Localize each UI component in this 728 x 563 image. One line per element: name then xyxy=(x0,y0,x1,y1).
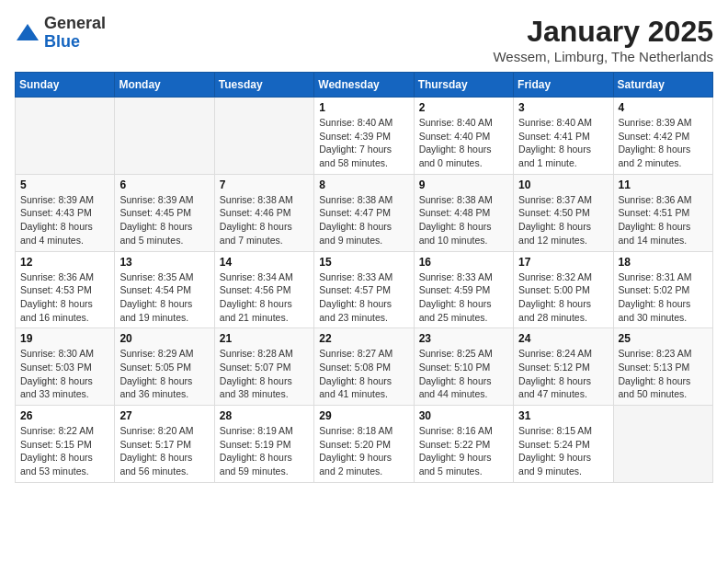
day-info: Sunrise: 8:19 AMSunset: 5:19 PMDaylight:… xyxy=(220,424,309,478)
calendar-cell: 31Sunrise: 8:15 AMSunset: 5:24 PMDayligh… xyxy=(514,406,613,483)
calendar-cell: 12Sunrise: 8:36 AMSunset: 4:53 PMDayligh… xyxy=(16,251,115,328)
logo-text: General Blue xyxy=(44,15,106,52)
calendar-cell: 6Sunrise: 8:39 AMSunset: 4:45 PMDaylight… xyxy=(115,174,214,251)
calendar-body: 1Sunrise: 8:40 AMSunset: 4:39 PMDaylight… xyxy=(16,98,713,483)
day-number: 29 xyxy=(319,409,408,422)
day-number: 31 xyxy=(518,409,608,422)
day-number: 4 xyxy=(619,101,708,114)
calendar-cell: 30Sunrise: 8:16 AMSunset: 5:22 PMDayligh… xyxy=(414,406,513,483)
page-header: General Blue January 2025 Wessem, Limbur… xyxy=(15,15,713,64)
calendar-cell: 20Sunrise: 8:29 AMSunset: 5:05 PMDayligh… xyxy=(115,328,214,406)
day-number: 14 xyxy=(220,256,309,269)
day-info: Sunrise: 8:33 AMSunset: 4:59 PMDaylight:… xyxy=(419,270,508,325)
calendar-week-4: 19Sunrise: 8:30 AMSunset: 5:03 PMDayligh… xyxy=(16,328,713,406)
day-number: 17 xyxy=(518,256,608,269)
day-info: Sunrise: 8:15 AMSunset: 5:24 PMDaylight:… xyxy=(518,424,608,478)
day-number: 18 xyxy=(619,256,708,269)
day-info: Sunrise: 8:16 AMSunset: 5:22 PMDaylight:… xyxy=(419,424,508,478)
calendar-cell: 18Sunrise: 8:31 AMSunset: 5:02 PMDayligh… xyxy=(613,251,712,328)
day-number: 22 xyxy=(319,332,408,345)
calendar-cell: 22Sunrise: 8:27 AMSunset: 5:08 PMDayligh… xyxy=(314,328,414,406)
page-title: January 2025 xyxy=(493,15,713,49)
day-number: 19 xyxy=(20,332,109,345)
calendar-header: SundayMondayTuesdayWednesdayThursdayFrid… xyxy=(16,73,713,98)
calendar-cell: 5Sunrise: 8:39 AMSunset: 4:43 PMDaylight… xyxy=(16,174,115,251)
day-info: Sunrise: 8:37 AMSunset: 4:50 PMDaylight:… xyxy=(518,193,608,247)
calendar-cell: 11Sunrise: 8:36 AMSunset: 4:51 PMDayligh… xyxy=(613,174,712,251)
day-number: 16 xyxy=(419,256,508,269)
logo-blue: Blue xyxy=(44,33,106,52)
day-number: 11 xyxy=(619,178,708,191)
day-number: 26 xyxy=(20,409,109,422)
day-info: Sunrise: 8:39 AMSunset: 4:45 PMDaylight:… xyxy=(119,193,209,247)
calendar-cell: 28Sunrise: 8:19 AMSunset: 5:19 PMDayligh… xyxy=(214,406,313,483)
calendar-cell: 15Sunrise: 8:33 AMSunset: 4:57 PMDayligh… xyxy=(314,251,414,328)
day-info: Sunrise: 8:36 AMSunset: 4:53 PMDaylight:… xyxy=(20,270,109,325)
calendar-cell: 16Sunrise: 8:33 AMSunset: 4:59 PMDayligh… xyxy=(414,251,513,328)
day-info: Sunrise: 8:36 AMSunset: 4:51 PMDaylight:… xyxy=(619,193,708,247)
calendar-cell: 21Sunrise: 8:28 AMSunset: 5:07 PMDayligh… xyxy=(214,328,313,406)
calendar-cell: 17Sunrise: 8:32 AMSunset: 5:00 PMDayligh… xyxy=(514,251,613,328)
day-number: 24 xyxy=(518,332,608,345)
calendar-cell: 8Sunrise: 8:38 AMSunset: 4:47 PMDaylight… xyxy=(314,174,414,251)
calendar-cell: 27Sunrise: 8:20 AMSunset: 5:17 PMDayligh… xyxy=(115,406,214,483)
logo-general: General xyxy=(44,15,106,33)
calendar-cell: 25Sunrise: 8:23 AMSunset: 5:13 PMDayligh… xyxy=(613,328,712,406)
day-number: 12 xyxy=(20,256,109,269)
calendar-cell: 10Sunrise: 8:37 AMSunset: 4:50 PMDayligh… xyxy=(514,174,613,251)
calendar-cell: 24Sunrise: 8:24 AMSunset: 5:12 PMDayligh… xyxy=(514,328,613,406)
day-number: 21 xyxy=(220,332,309,345)
calendar-cell xyxy=(16,98,115,175)
day-info: Sunrise: 8:32 AMSunset: 5:00 PMDaylight:… xyxy=(518,270,608,325)
weekday-header-thursday: Thursday xyxy=(414,73,513,98)
day-number: 5 xyxy=(20,178,109,191)
day-number: 6 xyxy=(119,178,209,191)
day-info: Sunrise: 8:24 AMSunset: 5:12 PMDaylight:… xyxy=(518,347,608,401)
logo: General Blue xyxy=(15,15,106,52)
day-info: Sunrise: 8:22 AMSunset: 5:15 PMDaylight:… xyxy=(20,424,109,478)
day-number: 15 xyxy=(319,256,408,269)
day-number: 13 xyxy=(119,256,209,269)
calendar-cell: 9Sunrise: 8:38 AMSunset: 4:48 PMDaylight… xyxy=(414,174,513,251)
day-info: Sunrise: 8:38 AMSunset: 4:47 PMDaylight:… xyxy=(319,193,408,247)
calendar-week-5: 26Sunrise: 8:22 AMSunset: 5:15 PMDayligh… xyxy=(16,406,713,483)
svg-marker-0 xyxy=(17,24,39,40)
calendar-cell: 29Sunrise: 8:18 AMSunset: 5:20 PMDayligh… xyxy=(314,406,414,483)
day-number: 23 xyxy=(419,332,508,345)
calendar-table: SundayMondayTuesdayWednesdayThursdayFrid… xyxy=(15,72,713,483)
day-info: Sunrise: 8:35 AMSunset: 4:54 PMDaylight:… xyxy=(119,270,209,325)
day-info: Sunrise: 8:40 AMSunset: 4:39 PMDaylight:… xyxy=(319,116,408,170)
day-info: Sunrise: 8:30 AMSunset: 5:03 PMDaylight:… xyxy=(20,347,109,401)
day-number: 1 xyxy=(319,101,408,114)
calendar-cell xyxy=(115,98,214,175)
calendar-cell: 3Sunrise: 8:40 AMSunset: 4:41 PMDaylight… xyxy=(514,98,613,175)
day-info: Sunrise: 8:38 AMSunset: 4:48 PMDaylight:… xyxy=(419,193,508,247)
day-number: 27 xyxy=(119,409,209,422)
calendar-cell: 23Sunrise: 8:25 AMSunset: 5:10 PMDayligh… xyxy=(414,328,513,406)
day-info: Sunrise: 8:23 AMSunset: 5:13 PMDaylight:… xyxy=(619,347,708,401)
calendar-cell: 4Sunrise: 8:39 AMSunset: 4:42 PMDaylight… xyxy=(613,98,712,175)
day-number: 2 xyxy=(419,101,508,114)
day-info: Sunrise: 8:33 AMSunset: 4:57 PMDaylight:… xyxy=(319,270,408,325)
page-subtitle: Wessem, Limburg, The Netherlands xyxy=(493,49,713,64)
calendar-cell: 2Sunrise: 8:40 AMSunset: 4:40 PMDaylight… xyxy=(414,98,513,175)
weekday-header-friday: Friday xyxy=(514,73,613,98)
calendar-cell: 26Sunrise: 8:22 AMSunset: 5:15 PMDayligh… xyxy=(16,406,115,483)
calendar-cell: 7Sunrise: 8:38 AMSunset: 4:46 PMDaylight… xyxy=(214,174,313,251)
day-info: Sunrise: 8:34 AMSunset: 4:56 PMDaylight:… xyxy=(220,270,309,325)
day-info: Sunrise: 8:25 AMSunset: 5:10 PMDaylight:… xyxy=(419,347,508,401)
day-number: 10 xyxy=(518,178,608,191)
calendar-cell: 13Sunrise: 8:35 AMSunset: 4:54 PMDayligh… xyxy=(115,251,214,328)
calendar-week-2: 5Sunrise: 8:39 AMSunset: 4:43 PMDaylight… xyxy=(16,174,713,251)
weekday-header-wednesday: Wednesday xyxy=(314,73,414,98)
day-number: 20 xyxy=(119,332,209,345)
calendar-cell xyxy=(214,98,313,175)
day-info: Sunrise: 8:31 AMSunset: 5:02 PMDaylight:… xyxy=(619,270,708,325)
calendar-cell: 1Sunrise: 8:40 AMSunset: 4:39 PMDaylight… xyxy=(314,98,414,175)
day-info: Sunrise: 8:39 AMSunset: 4:42 PMDaylight:… xyxy=(619,116,708,170)
day-number: 7 xyxy=(220,178,309,191)
day-info: Sunrise: 8:40 AMSunset: 4:40 PMDaylight:… xyxy=(419,116,508,170)
day-number: 30 xyxy=(419,409,508,422)
day-info: Sunrise: 8:40 AMSunset: 4:41 PMDaylight:… xyxy=(518,116,608,170)
day-info: Sunrise: 8:18 AMSunset: 5:20 PMDaylight:… xyxy=(319,424,408,478)
